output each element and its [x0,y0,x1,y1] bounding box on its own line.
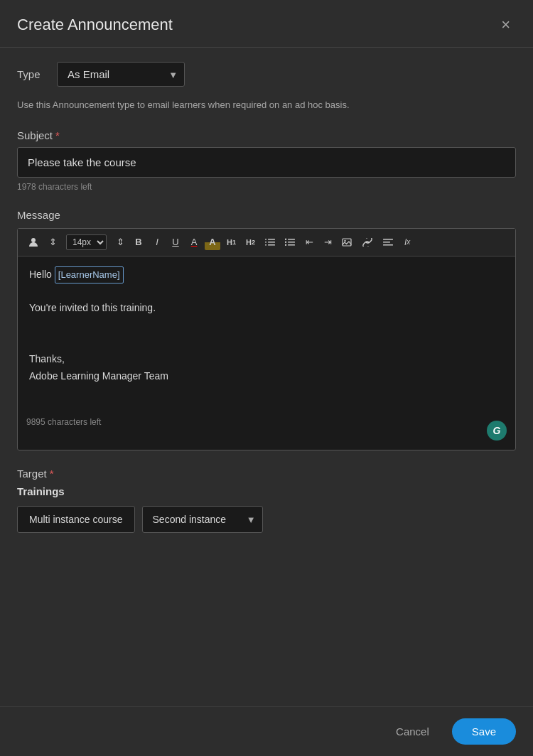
subject-input[interactable] [17,147,516,178]
editor-content-area[interactable]: Hello [LearnerName] You're invited to th… [18,256,515,413]
svg-rect-3 [268,244,275,246]
h2-btn[interactable]: H2 [242,234,259,250]
hello-text: Hello [29,269,55,280]
modal-footer: Cancel Save [0,706,533,756]
insert-image-btn[interactable] [338,234,355,250]
trainings-label: Trainings [17,485,516,497]
target-label-row: Target * [17,468,516,480]
message-char-count: 9895 characters left [26,417,101,427]
font-size-wrapper: 14px10px12px16px18px24px [66,234,107,250]
svg-point-10 [285,238,286,239]
bold-btn[interactable]: B [131,234,146,250]
svg-point-11 [285,241,286,242]
type-select[interactable]: As Email In-App Both [57,62,185,87]
text-align-btn[interactable] [379,234,397,250]
cancel-button[interactable]: Cancel [384,718,441,745]
instance-select[interactable]: Second instance First instance Default i… [142,506,263,533]
learner-name-tag: [LearnerName] [55,266,124,284]
svg-rect-5 [265,242,266,243]
instance-select-wrapper: Second instance First instance Default i… [142,506,263,533]
message-editor-container: ⇕ 14px10px12px16px18px24px ⇕ B I U A A H… [17,228,516,450]
font-size-select[interactable]: 14px10px12px16px18px24px [66,234,107,250]
svg-point-12 [285,244,286,245]
svg-rect-2 [268,242,275,243]
editor-footer: 9895 characters left G [18,413,515,450]
editor-toolbar: ⇕ 14px10px12px16px18px24px ⇕ B I U A A H… [18,229,515,256]
editor-line-hello: Hello [LearnerName] [29,266,504,284]
editor-line-thanks: Thanks, [29,351,504,368]
h1-btn[interactable]: H1 [223,234,239,250]
svg-rect-17 [383,244,393,246]
subject-label-row: Subject * [17,129,516,141]
target-required-star: * [50,468,54,480]
clear-format-btn[interactable]: Ix [399,234,415,250]
target-section: Target * Trainings Multi instance course… [17,468,516,533]
create-announcement-modal: Create Announcement × Type As Email In-A… [0,0,533,756]
close-button[interactable]: × [495,14,516,36]
training-course-tag: Multi instance course [17,506,135,533]
editor-line-team: Adobe Learning Manager Team [29,368,504,385]
outdent-btn[interactable]: ⇤ [301,234,317,250]
svg-point-14 [344,239,345,241]
svg-rect-6 [265,244,266,246]
modal-title: Create Announcement [17,16,173,34]
target-label: Target [17,468,47,480]
editor-line-invited: You're invited to this training. [29,300,504,317]
type-row: Type As Email In-App Both ▼ [17,62,516,87]
svg-rect-4 [265,239,266,240]
type-label: Type [17,68,45,80]
unordered-list-btn[interactable] [281,234,298,250]
svg-rect-8 [288,242,295,243]
svg-rect-7 [288,239,295,240]
ordered-list-btn[interactable] [262,234,279,250]
insert-link-btn[interactable] [358,234,377,250]
svg-rect-9 [288,244,295,246]
person-icon-btn[interactable] [25,234,42,250]
message-section: Message ⇕ 14px10px12px16px18px24px [17,209,516,450]
save-button[interactable]: Save [452,718,516,745]
subject-char-count: 1978 characters left [17,182,516,192]
type-description: Use this Announcement type to email lear… [17,98,516,112]
message-label: Message [17,209,516,221]
indent-btn[interactable]: ⇥ [320,234,335,250]
svg-rect-15 [383,239,393,240]
underline-btn[interactable]: U [168,234,183,250]
svg-point-0 [31,238,36,242]
italic-btn[interactable]: I [149,234,165,250]
subject-label: Subject [17,129,53,141]
font-size-expand-btn[interactable]: ⇕ [112,234,128,250]
highlight-btn[interactable]: A [205,234,220,250]
font-color-btn[interactable]: A [186,234,202,250]
modal-body: Type As Email In-App Both ▼ Use this Ann… [0,48,533,564]
grammarly-icon[interactable]: G [487,421,507,441]
trainings-row: Multi instance course Second instance Fi… [17,506,516,533]
person-expand-btn[interactable]: ⇕ [45,234,60,250]
type-select-wrapper: As Email In-App Both ▼ [57,62,185,87]
modal-header: Create Announcement × [0,0,533,48]
svg-rect-1 [268,239,275,240]
svg-rect-16 [383,242,390,243]
subject-required-star: * [55,129,60,141]
